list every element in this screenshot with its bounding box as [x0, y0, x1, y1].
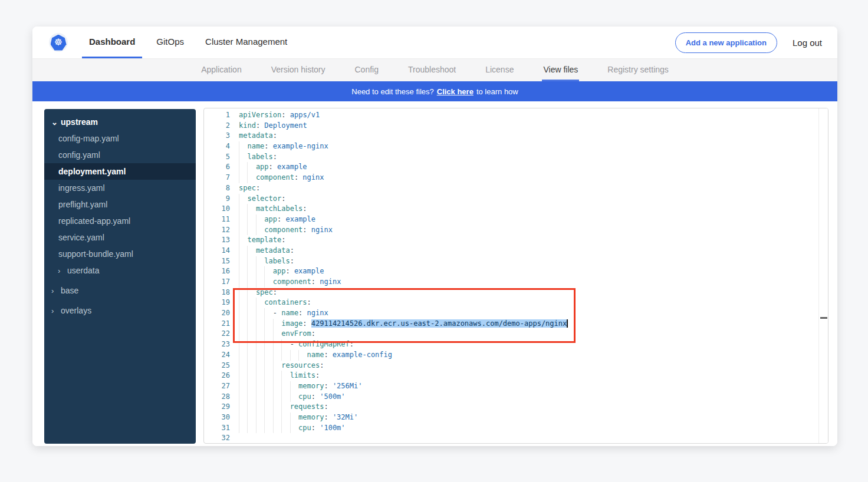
code-line-13[interactable]: 13 template:	[204, 235, 818, 246]
logout-link[interactable]: Log out	[793, 38, 822, 48]
code-line-12[interactable]: 12 component: nginx	[204, 225, 818, 236]
token: -	[290, 340, 298, 348]
line-number: 20	[204, 308, 230, 319]
code-line-11[interactable]: 11 app: example	[204, 214, 818, 225]
indent-guide	[264, 266, 272, 277]
tab-troubleshoot[interactable]: Troubleshoot	[407, 59, 457, 81]
code-line-27[interactable]: 27 memory: '256Mi'	[204, 381, 818, 392]
code-line-3[interactable]: 3metadata:	[204, 131, 818, 141]
code-line-30[interactable]: 30 memory: '32Mi'	[204, 412, 818, 423]
token: cpu	[298, 392, 311, 401]
indent-guide	[273, 402, 281, 412]
token: :	[273, 131, 277, 140]
token: limits	[290, 371, 315, 379]
code-line-22[interactable]: 22 envFrom:	[204, 329, 818, 339]
indent-guide	[273, 329, 281, 339]
file-tree-item-userdata[interactable]: ›userdata	[44, 262, 196, 279]
token: metadata	[239, 131, 273, 140]
code-line-26[interactable]: 26 limits:	[204, 371, 818, 381]
code-line-4[interactable]: 4 name: example-nginx	[204, 141, 818, 152]
token: name	[247, 142, 264, 150]
indent-guide	[256, 339, 264, 350]
file-tree-item-config-yaml[interactable]: config.yaml	[44, 147, 196, 163]
line-number: 19	[204, 298, 230, 308]
file-tree-item-config-map-yaml[interactable]: config-map.yaml	[44, 130, 196, 147]
banner-click-here-link[interactable]: Click here	[437, 87, 474, 96]
indent-guide	[247, 371, 255, 381]
code-line-21[interactable]: 21 image: 429114214526.dkr.ecr.us-east-2…	[204, 319, 818, 329]
code-line-19[interactable]: 19 containers:	[204, 298, 818, 308]
code-line-5[interactable]: 5 labels:	[204, 152, 818, 163]
file-tree-item-deployment-yaml[interactable]: deployment.yaml	[44, 163, 196, 180]
indent-guide	[256, 371, 264, 381]
token: apps/v1	[290, 111, 320, 119]
code-line-24[interactable]: 24 name: example-config	[204, 350, 818, 361]
code-line-32[interactable]: 32	[204, 433, 818, 444]
line-number: 8	[204, 183, 230, 194]
editor-overview-ruler[interactable]	[818, 108, 828, 443]
code-line-23[interactable]: 23 - configMapRef:	[204, 339, 818, 350]
line-content: cpu: '500m'	[239, 392, 346, 402]
code-line-25[interactable]: 25 resources:	[204, 361, 818, 371]
token: :	[277, 215, 285, 223]
code-line-16[interactable]: 16 app: example	[204, 266, 818, 277]
indent-guide	[281, 350, 290, 361]
code-line-10[interactable]: 10 matchLabels:	[204, 204, 818, 214]
indent-guide	[247, 350, 255, 361]
indent-guide	[239, 329, 247, 339]
indent-guide	[281, 412, 290, 423]
code-line-2[interactable]: 2kind: Deployment	[204, 121, 818, 131]
indent-guide	[264, 350, 272, 361]
file-tree-item-support-bundle-yaml[interactable]: support-bundle.yaml	[44, 246, 196, 262]
code-line-6[interactable]: 6 app: example	[204, 162, 818, 173]
token: memory	[298, 382, 324, 390]
line-number: 10	[204, 204, 230, 214]
file-tree-item-base[interactable]: ›base	[44, 282, 196, 299]
nav-item-cluster-management[interactable]: Cluster Management	[198, 27, 294, 58]
line-number: 22	[204, 329, 230, 339]
yaml-editor[interactable]: 1apiVersion: apps/v12kind: Deployment3me…	[203, 108, 828, 444]
file-tree-item-ingress-yaml[interactable]: ingress.yaml	[44, 180, 196, 196]
code-line-18[interactable]: 18 spec:	[204, 288, 818, 298]
token: :	[256, 184, 260, 192]
file-label: replicated-app.yaml	[58, 216, 130, 226]
token: :	[290, 246, 294, 255]
indent-guide	[264, 402, 272, 412]
tab-registry-settings[interactable]: Registry settings	[606, 59, 669, 81]
indent-guide	[247, 298, 255, 308]
tab-application[interactable]: Application	[200, 59, 243, 81]
nav-item-gitops[interactable]: GitOps	[149, 27, 191, 58]
code-line-17[interactable]: 17 component: nginx	[204, 277, 818, 288]
indent-guide	[247, 162, 255, 173]
file-tree-item-preflight-yaml[interactable]: preflight.yaml	[44, 196, 196, 213]
tab-view-files[interactable]: View files	[542, 59, 579, 81]
tab-license[interactable]: License	[484, 59, 515, 81]
tab-version-history[interactable]: Version history	[270, 59, 327, 81]
token: example	[285, 215, 315, 223]
indent-guide	[256, 266, 264, 277]
file-tree-item-replicated-app-yaml[interactable]: replicated-app.yaml	[44, 213, 196, 229]
code-line-15[interactable]: 15 labels:	[204, 256, 818, 267]
code-line-14[interactable]: 14 metadata:	[204, 246, 818, 256]
token: -	[273, 309, 281, 317]
indent-guide	[256, 412, 264, 423]
code-line-8[interactable]: 8spec:	[204, 183, 818, 194]
code-line-9[interactable]: 9 selector:	[204, 194, 818, 204]
code-line-20[interactable]: 20 - name: nginx	[204, 308, 818, 319]
tab-config[interactable]: Config	[354, 59, 380, 81]
code-line-1[interactable]: 1apiVersion: apps/v1	[204, 110, 818, 121]
file-label: deployment.yaml	[58, 167, 126, 176]
file-tree-item-upstream[interactable]: ⌄upstream	[44, 114, 196, 130]
cursor-position-marker	[820, 317, 827, 319]
nav-item-dashboard[interactable]: Dashboard	[82, 27, 142, 58]
code-line-29[interactable]: 29 requests:	[204, 402, 818, 412]
code-line-28[interactable]: 28 cpu: '500m'	[204, 392, 818, 402]
token: matchLabels	[256, 204, 303, 213]
indent-guide	[290, 392, 298, 402]
code-line-7[interactable]: 7 component: nginx	[204, 173, 818, 183]
code-line-31[interactable]: 31 cpu: '100m'	[204, 423, 818, 434]
token: '256Mi'	[333, 382, 363, 390]
file-tree-item-service-yaml[interactable]: service.yaml	[44, 229, 196, 246]
add-application-button[interactable]: Add a new application	[675, 32, 777, 53]
file-tree-item-overlays[interactable]: ›overlays	[44, 302, 196, 319]
